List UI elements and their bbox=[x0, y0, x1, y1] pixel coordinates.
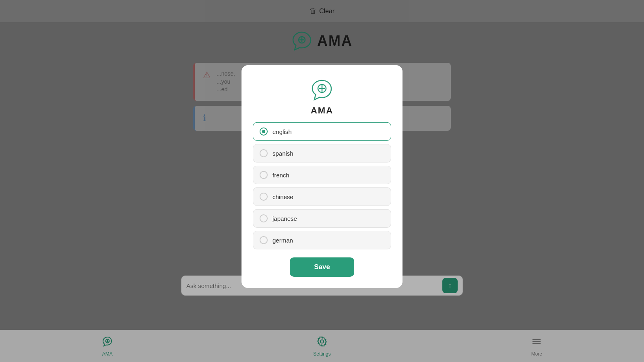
radio-chinese bbox=[260, 193, 268, 201]
modal-logo: AMA bbox=[310, 78, 334, 116]
radio-spanish bbox=[260, 149, 268, 157]
language-option-chinese[interactable]: chinese bbox=[253, 187, 391, 206]
language-label-english: english bbox=[272, 128, 292, 135]
save-button[interactable]: Save bbox=[290, 257, 354, 277]
language-option-spanish[interactable]: spanish bbox=[253, 144, 391, 162]
modal-app-name: AMA bbox=[311, 105, 333, 116]
language-options: english spanish french chinese japanese … bbox=[253, 122, 391, 249]
language-option-japanese[interactable]: japanese bbox=[253, 209, 391, 228]
radio-english bbox=[260, 128, 268, 136]
language-modal: AMA english spanish french chinese japan… bbox=[242, 65, 402, 288]
radio-french bbox=[260, 171, 268, 179]
radio-german bbox=[260, 236, 268, 244]
language-label-french: french bbox=[272, 171, 289, 178]
language-label-japanese: japanese bbox=[272, 215, 297, 222]
modal-app-logo bbox=[310, 78, 334, 102]
language-option-french[interactable]: french bbox=[253, 166, 391, 184]
language-option-english[interactable]: english bbox=[253, 122, 391, 141]
language-label-german: german bbox=[272, 237, 293, 243]
language-option-german[interactable]: german bbox=[253, 231, 391, 249]
language-label-spanish: spanish bbox=[272, 150, 293, 156]
radio-japanese bbox=[260, 214, 268, 222]
language-label-chinese: chinese bbox=[272, 193, 293, 200]
